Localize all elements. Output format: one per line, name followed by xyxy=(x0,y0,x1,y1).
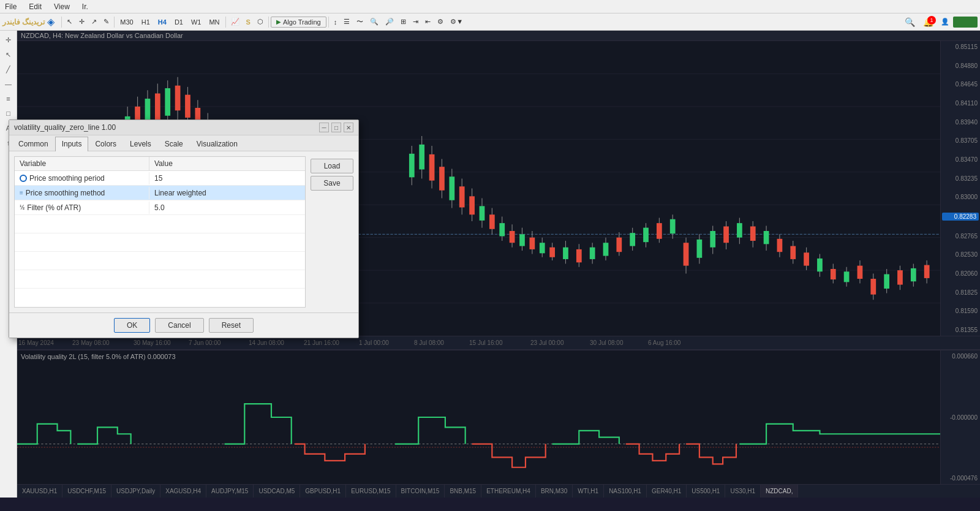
table-row[interactable]: ½ Filter (% of ATR) 5.0 xyxy=(15,200,305,215)
price-9: 0.82765 xyxy=(942,233,979,240)
rect-tool[interactable]: □ xyxy=(2,107,15,120)
price-1: 0.84880 xyxy=(942,62,979,69)
menu-edit[interactable]: Edit xyxy=(26,1,44,12)
tab-scale[interactable]: Scale xyxy=(158,137,190,151)
tab-brn[interactable]: BRN,M30 xyxy=(536,485,573,498)
value-cell-1[interactable]: 15 xyxy=(149,172,305,184)
tf-h1[interactable]: H1 xyxy=(138,17,154,28)
tf-w1[interactable]: W1 xyxy=(187,17,205,28)
chart-type-btn[interactable]: 📈 xyxy=(228,16,243,28)
grid-btn[interactable]: ⊞ xyxy=(398,16,409,28)
lower-chart[interactable]: Volatility quality 2L (15, filter 5.0% o… xyxy=(17,349,980,484)
cursor-btn[interactable]: ↖ xyxy=(64,16,75,28)
property-btn[interactable]: ⚙ xyxy=(434,16,447,28)
search-btn[interactable]: 🔍 xyxy=(901,16,919,28)
tab-bitcoin[interactable]: BITCOIN,M15 xyxy=(396,485,445,498)
date-2: 30 May 16:00 xyxy=(134,339,171,346)
bar-left-btn[interactable]: ⇤ xyxy=(422,16,434,28)
tab-xauusd[interactable]: XAUUSD,H1 xyxy=(17,485,62,498)
current-price: 0.82283 xyxy=(942,213,979,221)
variable-cell-2: ≡ Price smoothing method xyxy=(15,187,149,199)
svg-rect-38 xyxy=(175,86,181,111)
table-row[interactable]: Price smoothing period 15 xyxy=(15,171,305,186)
tab-wti[interactable]: WTI,H1 xyxy=(573,485,604,498)
settings-btn[interactable]: ⚙▼ xyxy=(447,16,466,28)
tf-h4[interactable]: H4 xyxy=(154,17,170,28)
minimize-btn[interactable]: ─ xyxy=(319,123,329,132)
waves-btn[interactable]: 〜 xyxy=(353,15,366,28)
menu-bar: File Edit View Ir. xyxy=(0,0,980,13)
tf-mn[interactable]: MN xyxy=(205,17,223,28)
svg-rect-110 xyxy=(777,239,783,252)
price-13: 0.81590 xyxy=(942,308,979,314)
tab-usdchf[interactable]: USDCHF,M15 xyxy=(62,485,111,498)
menu-file[interactable]: File xyxy=(2,1,19,12)
maximize-btn[interactable]: □ xyxy=(331,123,341,132)
notifications-btn[interactable]: 🔔 1 xyxy=(919,16,937,28)
indicators-btn[interactable]: S xyxy=(243,17,254,28)
draw-btn[interactable]: ✎ xyxy=(100,16,112,28)
bar-right-btn[interactable]: ⇥ xyxy=(410,16,421,28)
algo-trading-btn[interactable]: ▶ Algo Trading xyxy=(271,17,326,28)
fib-tool[interactable]: ≡ xyxy=(2,92,15,105)
cancel-btn[interactable]: Cancel xyxy=(155,318,203,333)
account-btn[interactable]: 👤 xyxy=(938,16,952,28)
load-btn[interactable]: Load xyxy=(311,159,353,173)
tab-usdcad[interactable]: USDCAD,M5 xyxy=(254,485,300,498)
tab-common[interactable]: Common xyxy=(12,137,55,151)
lower-price-2: -0.000476 xyxy=(942,475,979,482)
zoom-out-btn[interactable]: 🔎 xyxy=(382,16,397,28)
table-row[interactable]: ≡ Price smoothing method Linear weighted xyxy=(15,186,305,200)
tab-inputs[interactable]: Inputs xyxy=(55,137,89,151)
chart-title: NZDCAD, H4: New Zealand Dollar vs Canadi… xyxy=(21,32,183,39)
ok-btn[interactable]: OK xyxy=(114,318,150,333)
date-4: 14 Jun 08:00 xyxy=(249,339,284,346)
orders-btn[interactable]: ☰ xyxy=(341,16,353,28)
table-row-empty5 xyxy=(15,289,305,307)
tab-nzdcad[interactable]: NZDCAD, xyxy=(761,485,798,498)
tab-ger40[interactable]: GER40,H1 xyxy=(647,485,687,498)
variable-cell-1: Price smoothing period xyxy=(15,172,149,184)
close-btn[interactable]: ✕ xyxy=(344,123,353,132)
tab-visualization[interactable]: Visualization xyxy=(190,137,244,151)
tab-us30[interactable]: US30,H1 xyxy=(725,485,761,498)
value-cell-3[interactable]: 5.0 xyxy=(149,202,305,214)
tab-bnb[interactable]: BNB,M15 xyxy=(445,485,481,498)
buy-sell-btn[interactable]: ↕ xyxy=(331,17,341,28)
tab-levels[interactable]: Levels xyxy=(123,137,158,151)
zoom-in-btn[interactable]: 🔍 xyxy=(367,16,382,28)
save-btn[interactable]: Save xyxy=(311,176,353,191)
svg-rect-76 xyxy=(549,248,555,257)
template-btn[interactable]: ⬡ xyxy=(254,16,266,28)
menu-view[interactable]: View xyxy=(51,1,72,12)
tf-m30[interactable]: M30 xyxy=(116,17,137,28)
reset-btn[interactable]: Reset xyxy=(209,318,254,333)
tf-d1[interactable]: D1 xyxy=(171,17,187,28)
line-tool[interactable]: ╱ xyxy=(2,62,15,76)
tab-usdjpy[interactable]: USDJPY,Daily xyxy=(111,485,160,498)
timeframe-buttons: M30 H1 H4 D1 W1 MN xyxy=(116,17,223,28)
value-cell-2[interactable]: Linear weighted xyxy=(149,187,305,199)
hline-tool[interactable]: — xyxy=(2,77,15,91)
price-scale: 0.85115 0.84880 0.84645 0.84110 0.83940 … xyxy=(940,41,980,336)
line-btn[interactable]: ↗ xyxy=(88,16,100,28)
tab-us500[interactable]: US500,H1 xyxy=(687,485,725,498)
svg-rect-50 xyxy=(419,145,424,170)
tab-eurusd[interactable]: EURUSD,M15 xyxy=(346,485,396,498)
crosshair-btn[interactable]: ✛ xyxy=(76,16,88,28)
menu-ir[interactable]: Ir. xyxy=(80,1,91,12)
cursor-tool[interactable]: ↖ xyxy=(2,48,15,61)
tab-colors[interactable]: Colors xyxy=(88,137,123,151)
tab-xagusd[interactable]: XAGUSD,H4 xyxy=(160,485,206,498)
tab-gbpusd[interactable]: GBPUSD,H1 xyxy=(300,485,346,498)
svg-rect-62 xyxy=(480,206,485,221)
tab-audjpy[interactable]: AUDJPY,M15 xyxy=(206,485,254,498)
crosshair-tool[interactable]: ✛ xyxy=(2,33,15,47)
algo-trading-label: Algo Trading xyxy=(283,18,321,26)
circle-icon xyxy=(20,175,27,182)
variable-label-3: Filter (% of ATR) xyxy=(27,203,81,212)
price-0: 0.85115 xyxy=(942,44,979,50)
lower-price-scale: 0.000660 -0.000000 -0.000476 xyxy=(940,350,980,484)
tab-nas100[interactable]: NAS100,H1 xyxy=(604,485,647,498)
tab-ethereum[interactable]: ETHEREUM,H4 xyxy=(481,485,536,498)
